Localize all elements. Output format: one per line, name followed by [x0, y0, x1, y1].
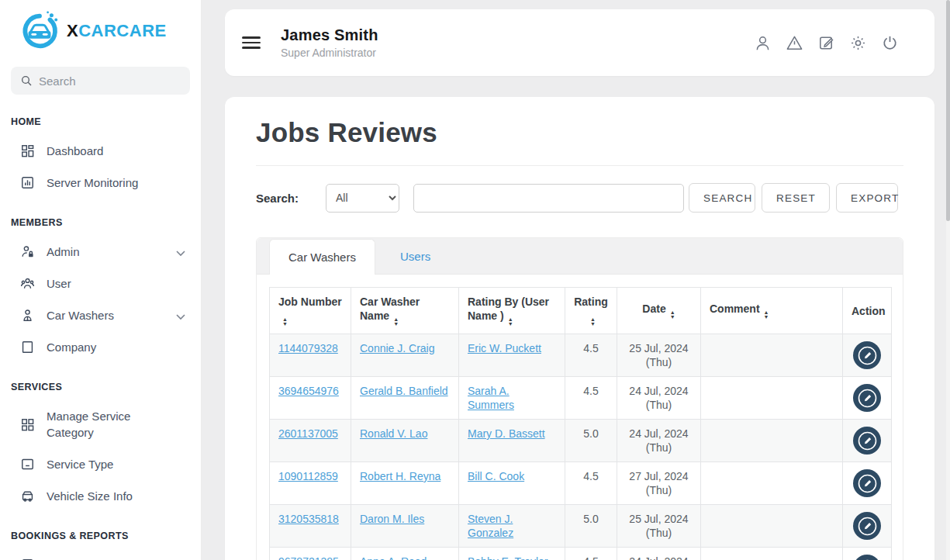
- sidebar-item-bookings[interactable]: Bookings: [0, 549, 201, 560]
- search-button[interactable]: SEARCH: [689, 183, 755, 213]
- edit-review-button[interactable]: [853, 341, 881, 369]
- job-number-link[interactable]: 1090112859: [278, 470, 338, 482]
- user-block[interactable]: James Smith Super Administrator: [281, 26, 378, 59]
- sort-icon[interactable]: ▲▼: [393, 317, 399, 327]
- sidebar-item-server-monitoring[interactable]: Server Monitoring: [0, 167, 201, 199]
- brand-name: XCARCARE: [67, 21, 167, 41]
- col-date[interactable]: Date▲▼: [617, 288, 701, 334]
- car-washer-icon: [20, 308, 36, 323]
- sidebar-item-label: User: [47, 275, 71, 292]
- table-row: 2601137005Ronald V. LaoMary D. Bassett5.…: [270, 420, 892, 462]
- tab-users[interactable]: Users: [382, 238, 449, 274]
- page-scrollbar[interactable]: [946, 0, 950, 560]
- rating-by-link[interactable]: Steven J. Gonzalez: [468, 513, 513, 539]
- sidebar-item-admin[interactable]: Admin: [0, 236, 201, 268]
- sidebar: XCARCARE HOME Dashboard Server Monitorin…: [0, 0, 202, 560]
- user-role: Super Administrator: [281, 47, 378, 59]
- edit-review-button[interactable]: [853, 555, 881, 560]
- col-rating[interactable]: Rating▲▼: [565, 288, 617, 334]
- sidebar-item-label: Admin: [47, 244, 80, 260]
- rating-by-link[interactable]: Bill C. Cook: [468, 470, 524, 482]
- car-washer-cell: Ronald V. Lao: [351, 420, 459, 462]
- menu-toggle-icon[interactable]: [242, 33, 261, 52]
- sort-icon[interactable]: ▲▼: [508, 317, 513, 327]
- rating-by-cell: Bill C. Cook: [459, 462, 565, 505]
- sidebar-item-label: Bookings: [47, 557, 95, 560]
- search-label: Search:: [256, 192, 326, 205]
- alerts-icon[interactable]: [785, 33, 803, 52]
- sort-icon[interactable]: ▲▼: [670, 310, 675, 320]
- car-washer-link[interactable]: Anne A. Reed: [360, 555, 427, 560]
- search-filter-select[interactable]: All: [326, 184, 399, 213]
- rating-cell: 5.0: [565, 505, 617, 548]
- bookings-icon: [20, 558, 36, 560]
- search-query-input[interactable]: [413, 184, 684, 213]
- car-washer-link[interactable]: Robert H. Reyna: [360, 470, 440, 482]
- col-rating-by[interactable]: Rating By (User Name )▲▼: [459, 288, 565, 334]
- car-washer-link[interactable]: Gerald B. Banfield: [360, 385, 448, 397]
- rating-by-cell: Mary D. Bassett: [459, 420, 565, 462]
- edit-log-icon[interactable]: [817, 33, 835, 52]
- profile-icon[interactable]: [753, 33, 772, 52]
- tab-car-washers[interactable]: Car Washers: [269, 239, 375, 275]
- sort-icon[interactable]: ▲▼: [590, 317, 596, 327]
- section-label-services: SERVICES: [0, 363, 201, 400]
- job-number-link[interactable]: 3694654976: [278, 385, 339, 397]
- dashboard-icon: [20, 143, 36, 159]
- rating-by-link[interactable]: Sarah A. Summers: [468, 385, 514, 411]
- edit-review-button[interactable]: [853, 469, 881, 497]
- car-washer-cell: Robert H. Reyna: [351, 462, 459, 505]
- tab-strip: Car Washers Users: [257, 238, 903, 275]
- search-input[interactable]: [39, 74, 181, 88]
- rating-by-link[interactable]: Eric W. Puckett: [468, 342, 541, 354]
- content-card: Jobs Reviews Search: All SEARCH RESET EX…: [225, 97, 934, 560]
- admin-icon: [20, 244, 36, 260]
- action-cell: [843, 505, 892, 548]
- col-comment[interactable]: Comment▲▼: [701, 288, 843, 334]
- job-number-cell: 3694654976: [270, 377, 351, 420]
- settings-gear-icon[interactable]: [848, 33, 867, 52]
- car-washer-link[interactable]: Connie J. Craig: [360, 342, 435, 354]
- edit-review-button[interactable]: [853, 384, 881, 412]
- sort-icon[interactable]: ▲▼: [764, 310, 769, 320]
- logout-power-icon[interactable]: [880, 33, 899, 52]
- sidebar-item-car-washers[interactable]: Car Washers: [0, 299, 201, 331]
- brand-logo[interactable]: XCARCARE: [0, 0, 201, 60]
- sidebar-item-dashboard[interactable]: Dashboard: [0, 135, 201, 167]
- sidebar-item-manage-service-category[interactable]: Manage Service Category: [0, 400, 201, 448]
- job-number-link[interactable]: 1144079328: [278, 342, 338, 354]
- table-row: 9678721385Anne A. ReedBobby E. Traylor4.…: [270, 548, 892, 560]
- job-number-cell: 1144079328: [270, 334, 351, 377]
- job-number-link[interactable]: 2601137005: [278, 427, 338, 440]
- rating-by-link[interactable]: Mary D. Bassett: [468, 427, 545, 440]
- scrollbar-thumb[interactable]: [946, 0, 950, 221]
- page-title: Jobs Reviews: [256, 97, 903, 166]
- sidebar-item-vehicle-size-info[interactable]: Vehicle Size Info: [0, 480, 201, 512]
- edit-review-button[interactable]: [853, 427, 881, 455]
- col-job-number[interactable]: Job Number▲▼: [270, 288, 351, 334]
- rating-by-cell: Steven J. Gonzalez: [459, 505, 565, 548]
- rating-by-cell: Bobby E. Traylor: [459, 548, 565, 560]
- car-washer-link[interactable]: Ronald V. Lao: [360, 427, 427, 440]
- rating-cell: 4.5: [565, 334, 617, 377]
- col-car-washer-name[interactable]: Car Washer Name▲▼: [351, 288, 459, 334]
- comment-cell: [701, 377, 843, 420]
- table-row: 3120535818Daron M. IlesSteven J. Gonzale…: [270, 505, 892, 548]
- job-number-link[interactable]: 9678721385: [278, 555, 339, 560]
- sidebar-item-user[interactable]: User: [0, 268, 201, 299]
- table-header-row: Job Number▲▼ Car Washer Name▲▼ Rating By…: [270, 288, 892, 334]
- sidebar-item-company[interactable]: Company: [0, 331, 201, 363]
- sidebar-item-service-type[interactable]: Service Type: [0, 448, 201, 480]
- sidebar-search[interactable]: [11, 67, 190, 95]
- sort-icon[interactable]: ▲▼: [282, 317, 288, 327]
- reset-button[interactable]: RESET: [762, 183, 830, 213]
- sidebar-item-label: Server Monitoring: [47, 175, 138, 191]
- job-number-link[interactable]: 3120535818: [278, 513, 339, 525]
- export-button[interactable]: EXPORT: [836, 183, 898, 213]
- date-cell: 24 Jul, 2024(Thu): [617, 548, 701, 560]
- edit-review-button[interactable]: [853, 512, 881, 540]
- rating-by-link[interactable]: Bobby E. Traylor: [468, 555, 548, 560]
- car-washer-link[interactable]: Daron M. Iles: [360, 513, 424, 525]
- section-label-home: HOME: [0, 98, 201, 135]
- car-washer-cell: Anne A. Reed: [351, 548, 459, 560]
